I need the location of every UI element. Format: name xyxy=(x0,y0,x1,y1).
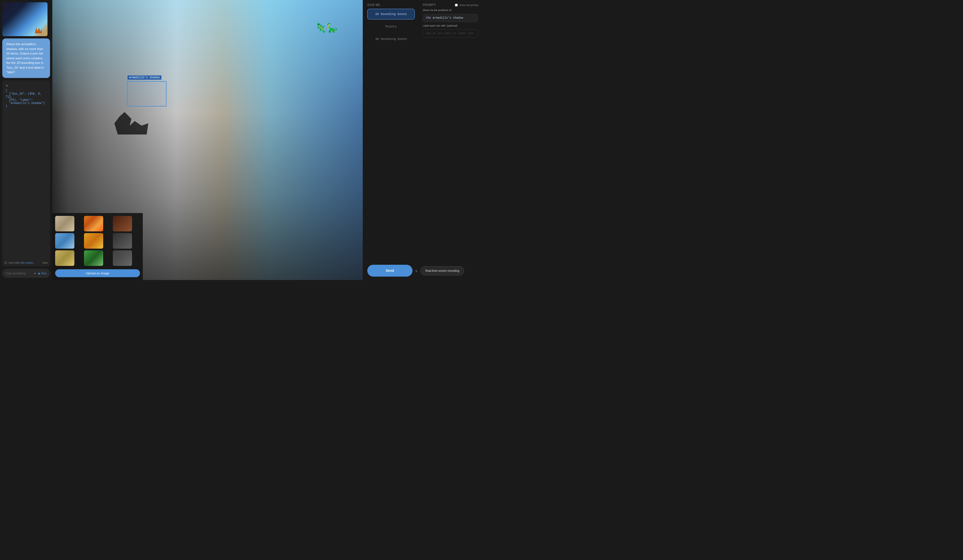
thumbnail-1[interactable] xyxy=(55,216,75,231)
give-me-2d-button[interactable]: 2D bounding boxes xyxy=(367,9,415,19)
center-image-panel: 🦎🦕 armadillo's shadow Upload an image xyxy=(52,0,363,280)
prompt-bubble: Detect the armadillo's shadow, with no m… xyxy=(2,39,50,78)
run-label: Run xyxy=(42,272,47,275)
prompt-bubble-text: Detect the armadillo's shadow, with no m… xyxy=(6,42,44,74)
cursor-icon: ↖ xyxy=(415,269,418,273)
positions-label: Show me the positions of: xyxy=(423,9,478,11)
thumbnail-3[interactable] xyxy=(113,216,132,231)
input-placeholder-text[interactable]: Type something xyxy=(6,272,31,275)
thumbnail-9[interactable] xyxy=(113,250,132,266)
label-each-label: Label each one with: (optional) xyxy=(423,24,478,27)
upload-button[interactable]: Upload an image xyxy=(55,269,140,277)
give-me-label: GIVE ME: xyxy=(367,3,415,6)
give-me-points-button[interactable]: Points xyxy=(367,21,415,32)
spark-icon: ✦ xyxy=(6,83,47,88)
run-icon: ▶ xyxy=(39,272,41,275)
bounding-box: armadillo's shadow xyxy=(127,81,167,107)
thumbnail-5[interactable] xyxy=(84,233,103,249)
thumbnail-2[interactable] xyxy=(84,216,103,231)
run-button[interactable]: ▶ Run xyxy=(39,272,47,275)
label-input[interactable] xyxy=(423,29,478,37)
shadow-figure xyxy=(115,112,148,134)
show-raw-checkbox[interactable] xyxy=(455,4,458,6)
bottom-action-row: Send ↖ Real-time screen recording xyxy=(363,262,481,280)
positions-input[interactable] xyxy=(423,14,478,22)
give-me-3d-label: 3D bounding boxes xyxy=(375,37,407,41)
orange-dragon-decoration: 🦎🦕 xyxy=(315,22,338,34)
thumbnail-6[interactable] xyxy=(113,233,132,249)
main-thumbnail-image xyxy=(2,2,47,36)
right-panel: GIVE ME: 2D bounding boxes Points 3D bou… xyxy=(363,0,481,280)
show-raw-text: show raw promp xyxy=(459,4,478,6)
recording-badge: Real-time screen recording xyxy=(420,266,464,275)
bottom-input-area: Type something + ▶ Run xyxy=(2,269,50,278)
prompt-column: PROMPT: show raw promp Show me the posit… xyxy=(419,3,481,262)
left-panel: Detect the armadillo's shadow, with no m… xyxy=(0,0,52,280)
thumbnail-8[interactable] xyxy=(84,250,103,266)
show-raw-row: PROMPT: show raw promp xyxy=(423,3,478,6)
json-badge: Json xyxy=(42,261,48,264)
warning-icon: ⊡ xyxy=(5,261,7,264)
prompt-inputs: Show me the positions of: Label each one… xyxy=(423,6,478,37)
add-button[interactable]: + xyxy=(34,271,36,275)
response-area: ✦ [ {"box_2d": [456, 0, 712, 275], "labe… xyxy=(2,80,50,267)
response-code: [ {"box_2d": [456, 0, 712, 275], "label"… xyxy=(6,89,47,108)
thumbnail-4[interactable] xyxy=(55,233,75,249)
bbox-label: armadillo's shadow xyxy=(128,75,161,80)
give-me-points-label: Points xyxy=(385,25,397,28)
warning-text: Use code with caution. xyxy=(8,261,34,264)
thumbnails-bar: Upload an image xyxy=(52,213,143,280)
code-warning: ⊡ Use code with caution. xyxy=(5,261,34,264)
send-button[interactable]: Send xyxy=(367,265,412,277)
give-me-2d-label: 2D bounding boxes xyxy=(375,13,407,16)
give-me-3d-button[interactable]: 3D bounding boxes xyxy=(367,34,415,44)
thumbnail-7[interactable] xyxy=(55,250,75,266)
right-columns: GIVE ME: 2D bounding boxes Points 3D bou… xyxy=(363,3,481,262)
prompt-label: PROMPT: xyxy=(423,3,436,6)
main-thumbnail xyxy=(2,2,47,36)
give-me-column: GIVE ME: 2D bounding boxes Points 3D bou… xyxy=(363,3,419,262)
